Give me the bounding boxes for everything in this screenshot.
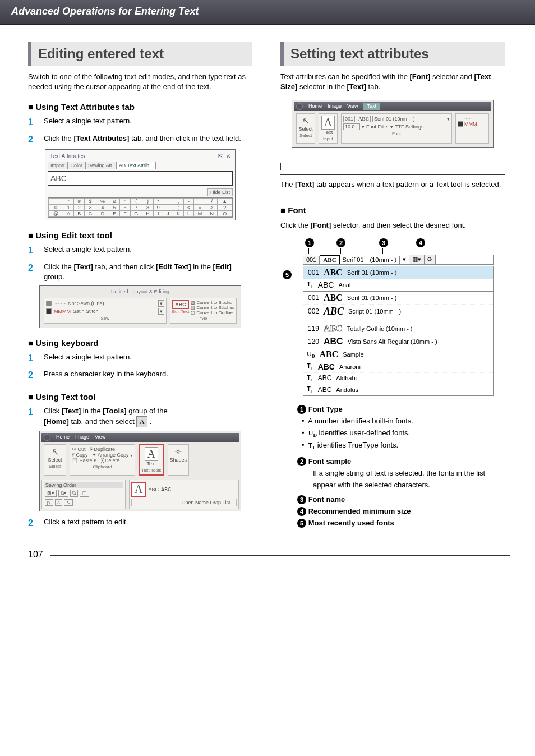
open-name-list[interactable]: Open Name Drop List... bbox=[131, 499, 237, 506]
text-a-icon: A bbox=[136, 416, 147, 427]
font-list-item[interactable]: TT ABC Aharoni bbox=[303, 361, 493, 373]
home-ribbon: Home Image View ↖ Select Select ✂ Cut ⎘ … bbox=[39, 431, 241, 511]
so-btn[interactable]: ⧉▾ bbox=[58, 490, 68, 497]
font-abc[interactable]: ABC bbox=[357, 116, 371, 122]
hide-list-button[interactable]: Hide List bbox=[207, 188, 233, 196]
font-list[interactable]: 001 ABC Serif 01 (10mm - )TT ABC Arial00… bbox=[303, 266, 494, 396]
abc-vert-icon[interactable]: A̲B̲C̲ bbox=[161, 487, 171, 492]
select-label: Select bbox=[298, 133, 313, 138]
text-a-sel-icon[interactable]: A bbox=[131, 482, 146, 497]
so-btn[interactable]: ▢ bbox=[80, 490, 89, 497]
sewing-order-label: Sewing Order bbox=[44, 482, 123, 488]
character-grid[interactable]: !"#$%&'()*+,-./▲0123456789:;<=>?@ABCDEFG… bbox=[48, 197, 233, 218]
step-2-tt: 2 Click a text pattern to edit. bbox=[28, 517, 252, 529]
step-number: 2 bbox=[28, 517, 44, 529]
tab-view[interactable]: View bbox=[347, 103, 358, 110]
tab-view[interactable]: View bbox=[95, 434, 105, 441]
font-list-item[interactable]: UD ABC Sample bbox=[303, 348, 493, 361]
so-btn[interactable]: ▷ bbox=[45, 499, 53, 506]
font-list-item[interactable]: TT ABC Aldhabi bbox=[303, 373, 493, 384]
text-tool-a-icon[interactable]: A bbox=[145, 447, 158, 461]
font-filter[interactable]: Font Filter ▾ bbox=[366, 124, 393, 130]
paste-button[interactable]: 📋 Paste ▾ ╳ Delete bbox=[72, 458, 133, 463]
dropdown-icon[interactable]: ▾ bbox=[362, 124, 365, 130]
panel-title: Text Attributes bbox=[50, 153, 85, 159]
select-button[interactable]: Select bbox=[46, 457, 64, 463]
edit-text-button[interactable]: Edit Text bbox=[172, 309, 190, 314]
left-column: Editing entered text Switch to one of th… bbox=[28, 42, 252, 533]
so-btn[interactable]: ↖ bbox=[64, 499, 73, 506]
tt-icon: TT bbox=[308, 442, 315, 449]
copy-button[interactable]: ⎘ Copy ✦ Arrange Copy ▾ bbox=[72, 452, 133, 458]
font-list-item[interactable]: 119 ABC Totally Gothic (10mm - ) bbox=[303, 322, 493, 335]
text-entry-field[interactable]: ABC bbox=[48, 171, 233, 186]
tab-text[interactable]: Text bbox=[363, 103, 380, 110]
input-label: Input bbox=[321, 136, 335, 141]
font-list-item[interactable]: TT ABC Andalus bbox=[303, 384, 493, 395]
sub-text-attributes-tab: ■ Using Text Attributes tab bbox=[28, 102, 252, 112]
font-size[interactable]: 10.0 bbox=[343, 123, 360, 130]
marker-2: 2 bbox=[336, 238, 345, 247]
font-list-item[interactable]: 002 ABC Script 01 (10mm - ) bbox=[303, 305, 493, 319]
content-columns: Editing entered text Switch to one of th… bbox=[0, 25, 535, 538]
sew-line2[interactable]: Satin Stitch bbox=[73, 308, 99, 314]
panel-tabs: Import Color Sewing Att. AB Text Attrib.… bbox=[48, 162, 233, 169]
sew-line1[interactable]: Not Sewn (Line) bbox=[68, 301, 104, 306]
so-btn[interactable]: ⊠▾ bbox=[45, 490, 57, 497]
sew-group-label: Sew bbox=[46, 316, 164, 321]
so-btn[interactable]: ⧉ bbox=[70, 490, 78, 497]
tab-home[interactable]: Home bbox=[56, 434, 70, 441]
so-btn[interactable]: ⌂ bbox=[55, 499, 62, 506]
dropdown-icon[interactable]: ▾ bbox=[400, 255, 409, 264]
font-intro: Click the [Font] selector, and then sele… bbox=[280, 220, 505, 231]
step-text: Press a character key in the keyboard. bbox=[44, 369, 252, 381]
font-desc[interactable]: Serif 01 (10mm - ) bbox=[372, 116, 445, 122]
font-list-item[interactable]: 001 ABC Serif 01 (10mm - ) bbox=[303, 292, 493, 305]
ribbon-title: Untitled - Layout & Editing bbox=[41, 288, 239, 296]
tab-home[interactable]: Home bbox=[308, 103, 322, 110]
tab-import[interactable]: Import bbox=[48, 162, 68, 169]
step-text: Click [Text] in the [Tools] group of the… bbox=[44, 406, 252, 427]
page-number: 107 bbox=[28, 550, 535, 560]
tab-image[interactable]: Image bbox=[75, 434, 89, 441]
convert-blocks[interactable]: ▧ Convert to Blocks bbox=[191, 300, 234, 305]
right-section-title: Setting text attributes bbox=[280, 42, 505, 66]
convert-outline[interactable]: ▢ Convert to Outline bbox=[191, 310, 234, 315]
step-text: Click the [Text Attributes] tab, and the… bbox=[44, 133, 252, 146]
note-icon bbox=[280, 163, 290, 170]
step-1-et: 1 Select a single text pattern. bbox=[28, 245, 252, 257]
ttf-settings[interactable]: TTF Settings bbox=[395, 124, 424, 130]
tab-text-attrib[interactable]: AB Text Attrib... bbox=[116, 162, 156, 169]
panel-close[interactable]: ⇱ ✕ bbox=[218, 153, 230, 159]
tab-sewing-att[interactable]: Sewing Att. bbox=[85, 162, 116, 169]
font-list-item[interactable]: 001 ABC Serif 01 (10mm - ) bbox=[303, 266, 493, 279]
font-list-item[interactable]: 120 ABC Vista Sans Alt Regular (10mm - ) bbox=[303, 335, 493, 348]
left-intro: Switch to one of the following text edit… bbox=[28, 72, 252, 92]
edit-text-ribbon: Untitled - Layout & Editing ~~~~Not Sewn… bbox=[39, 285, 241, 328]
sub-edit-text-tool: ■ Using Edit text tool bbox=[28, 231, 252, 240]
step-1-kb: 1 Select a single text pattern. bbox=[28, 352, 252, 365]
font-dropdown: 1 2 3 4 001 ABC Serif 01 (10mm - ) ▾ ▥▾ … bbox=[303, 238, 494, 396]
font-list-item[interactable]: TT ABC Arial bbox=[303, 279, 493, 291]
step-number: 2 bbox=[28, 262, 44, 282]
dropdown-icon[interactable]: ▾ bbox=[158, 300, 164, 307]
legend: 1 Font Type • A number identifies built-… bbox=[297, 404, 505, 529]
tab-color[interactable]: Color bbox=[68, 162, 86, 169]
text-button[interactable]: Text bbox=[141, 461, 161, 467]
convert-stitches[interactable]: ▤ Convert to Stitches bbox=[191, 305, 234, 310]
select-label: Select bbox=[46, 464, 64, 469]
tab-image[interactable]: Image bbox=[328, 103, 342, 110]
text-a-icon[interactable]: A bbox=[321, 116, 335, 130]
sub-using-keyboard: ■ Using keyboard bbox=[28, 338, 252, 348]
step-2-et: 2 Click the [Text] tab, and then click [… bbox=[28, 262, 252, 282]
cut-button[interactable]: ✂ Cut ⎘ Duplicate bbox=[72, 446, 133, 452]
shapes-button[interactable]: Shapes bbox=[170, 457, 187, 463]
text-button[interactable]: Text bbox=[321, 130, 335, 135]
font-selector-row[interactable]: 001 ABC Serif 01 (10mm - ) ▾ ▥▾ ⟳ bbox=[303, 255, 494, 265]
dropdown-icon[interactable]: ▾ bbox=[447, 116, 450, 122]
left-section-title: Editing entered text bbox=[28, 42, 252, 66]
abc-icon[interactable]: ABC bbox=[172, 300, 190, 309]
dropdown-icon[interactable]: ▾ bbox=[158, 308, 164, 315]
select-button[interactable]: Select bbox=[298, 126, 313, 132]
font-num[interactable]: 001 bbox=[343, 116, 355, 122]
